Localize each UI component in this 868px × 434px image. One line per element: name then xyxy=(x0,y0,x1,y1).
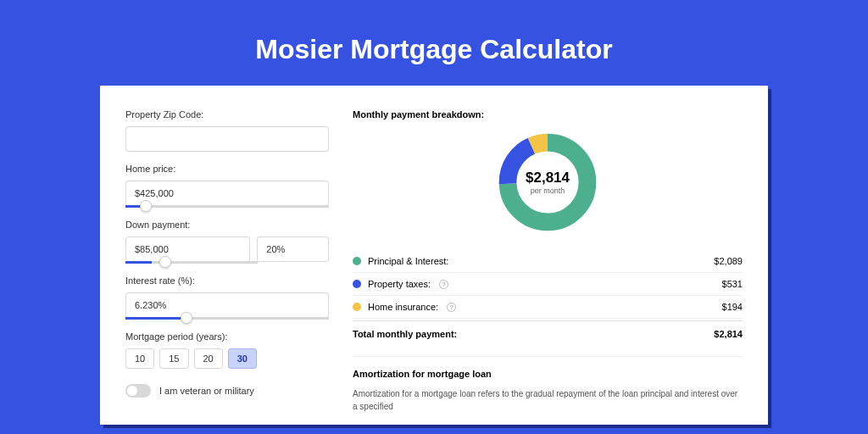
legend-label: Principal & Interest: xyxy=(368,256,448,266)
interest-slider[interactable] xyxy=(125,317,329,320)
breakdown-title: Monthly payment breakdown: xyxy=(353,109,743,120)
interest-field: Interest rate (%): xyxy=(125,275,329,320)
period-field: Mortgage period (years): 10 15 20 30 xyxy=(125,331,329,369)
donut-center: $2,814 per month xyxy=(495,130,600,235)
interest-input[interactable] xyxy=(125,292,329,318)
legend-value: $194 xyxy=(722,302,743,312)
down-payment-pct-input[interactable] xyxy=(257,236,329,262)
info-icon[interactable]: ? xyxy=(439,280,448,289)
home-price-label: Home price: xyxy=(125,164,329,174)
period-option-15[interactable]: 15 xyxy=(159,348,188,369)
amortization-section: Amortization for mortgage loan Amortizat… xyxy=(353,356,743,413)
period-option-30[interactable]: 30 xyxy=(228,348,257,369)
veteran-row: I am veteran or military xyxy=(125,384,329,398)
veteran-toggle[interactable] xyxy=(125,384,151,398)
donut-sublabel: per month xyxy=(531,186,565,195)
home-price-input[interactable] xyxy=(125,181,329,206)
home-price-slider[interactable] xyxy=(125,205,329,208)
legend-row-taxes: Property taxes: ? $531 xyxy=(353,273,743,296)
veteran-label: I am veteran or military xyxy=(159,386,254,396)
dot-icon xyxy=(353,280,361,288)
down-payment-slider[interactable] xyxy=(125,261,258,264)
slider-thumb[interactable] xyxy=(140,200,152,212)
period-label: Mortgage period (years): xyxy=(125,331,329,342)
legend-row-insurance: Home insurance: ? $194 xyxy=(353,296,743,319)
zip-field: Property Zip Code: xyxy=(125,109,329,152)
donut-amount: $2,814 xyxy=(526,170,570,186)
info-icon[interactable]: ? xyxy=(447,303,456,312)
breakdown-column: Monthly payment breakdown: $2,814 per mo… xyxy=(353,109,743,401)
calculator-card: Property Zip Code: Home price: Down paym… xyxy=(100,86,768,425)
legend-value: $2,089 xyxy=(714,256,743,266)
period-options: 10 15 20 30 xyxy=(125,348,329,369)
slider-thumb[interactable] xyxy=(181,312,192,324)
period-option-10[interactable]: 10 xyxy=(125,348,154,369)
legend-label: Property taxes: xyxy=(368,279,431,289)
down-payment-field: Down payment: xyxy=(125,220,329,264)
page-title: Mosier Mortgage Calculator xyxy=(0,34,868,65)
period-option-20[interactable]: 20 xyxy=(194,348,223,369)
zip-input[interactable] xyxy=(125,126,329,152)
interest-label: Interest rate (%): xyxy=(125,275,329,286)
legend-value: $531 xyxy=(722,279,743,289)
total-value: $2,814 xyxy=(714,329,743,339)
total-row: Total monthly payment: $2,814 xyxy=(353,320,743,351)
zip-label: Property Zip Code: xyxy=(125,109,329,120)
amortization-title: Amortization for mortgage loan xyxy=(353,369,743,379)
amortization-text: Amortization for a mortgage loan refers … xyxy=(353,387,743,413)
slider-thumb[interactable] xyxy=(159,256,171,268)
home-price-field: Home price: xyxy=(125,164,329,208)
total-label: Total monthly payment: xyxy=(353,329,457,339)
donut-chart-wrap: $2,814 per month xyxy=(353,130,743,235)
donut-chart: $2,814 per month xyxy=(495,130,600,235)
form-column: Property Zip Code: Home price: Down paym… xyxy=(125,109,329,401)
dot-icon xyxy=(353,257,361,265)
legend-label: Home insurance: xyxy=(368,302,438,312)
down-payment-input[interactable] xyxy=(125,236,250,262)
down-payment-label: Down payment: xyxy=(125,220,329,230)
legend-row-principal: Principal & Interest: $2,089 xyxy=(353,250,743,273)
dot-icon xyxy=(353,303,361,311)
